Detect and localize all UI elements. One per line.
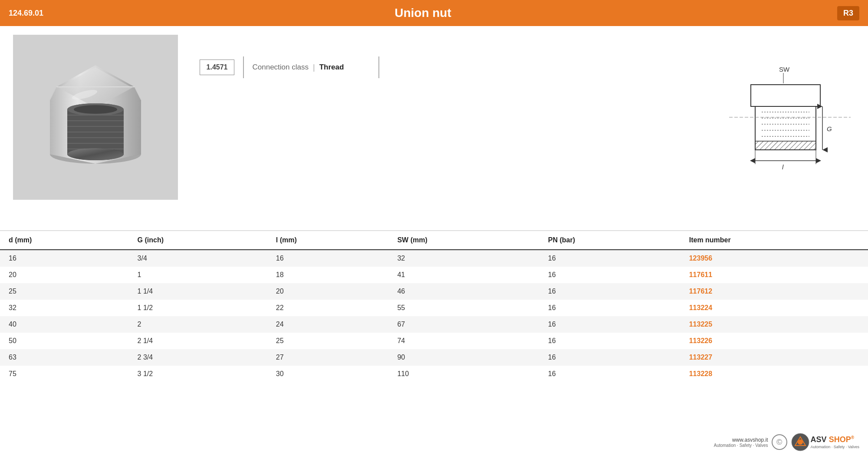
connection-info: Connection class | Thread: [253, 63, 344, 72]
cell-sw: 67: [388, 316, 539, 333]
cell-d: 75: [0, 366, 129, 382]
cell-l: 20: [267, 283, 389, 300]
cell-item: 117611: [681, 267, 868, 283]
cell-pn: 16: [539, 267, 681, 283]
cell-item: 113228: [681, 366, 868, 382]
cell-d: 25: [0, 283, 129, 300]
brand-name: ASV SHOP® Automation · Safety · Valves: [811, 435, 859, 449]
cell-g: 2 1/4: [129, 333, 267, 349]
material-connection-row: 1.4571 Connection class | Thread: [200, 56, 668, 78]
cell-d: 50: [0, 333, 129, 349]
asv-logo-icon: [791, 433, 810, 452]
svg-point-21: [74, 105, 117, 114]
cell-sw: 46: [388, 283, 539, 300]
cell-item: 113224: [681, 300, 868, 316]
cell-item: 117612: [681, 283, 868, 300]
cell-l: 18: [267, 267, 389, 283]
cell-d: 63: [0, 349, 129, 366]
sw-label: SW: [779, 66, 790, 73]
table-section: d (mm) G (inch) l (mm) SW (mm) PN (bar) …: [0, 230, 868, 382]
cell-d: 16: [0, 250, 129, 267]
cell-sw: 90: [388, 349, 539, 366]
g-dimension-label: G: [827, 125, 832, 132]
drawing-panel: SW G l: [690, 35, 855, 217]
header-bar: 124.69.01 Union nut R3: [0, 0, 868, 26]
svg-rect-27: [755, 141, 816, 150]
svg-point-16: [67, 148, 124, 160]
main-content: 1.4571 Connection class | Thread: [0, 26, 868, 226]
specifications-table: d (mm) G (inch) l (mm) SW (mm) PN (bar) …: [0, 231, 868, 382]
brand-tagline: Automation · Safety · Valves: [811, 445, 859, 449]
col-l: l (mm): [267, 231, 389, 250]
cell-pn: 16: [539, 316, 681, 333]
col-pn: PN (bar): [539, 231, 681, 250]
cell-l: 24: [267, 316, 389, 333]
col-g: G (inch): [129, 231, 267, 250]
page-title: Union nut: [9, 6, 837, 20]
cell-pn: 16: [539, 333, 681, 349]
connection-label: Connection class: [253, 63, 309, 72]
connection-value: Thread: [319, 63, 344, 72]
cell-pn: 16: [539, 349, 681, 366]
cell-sw: 32: [388, 250, 539, 267]
col-sw: SW (mm): [388, 231, 539, 250]
table-row: 321 1/2225516113224: [0, 300, 868, 316]
table-header-row: d (mm) G (inch) l (mm) SW (mm) PN (bar) …: [0, 231, 868, 250]
copyright-symbol: ©: [772, 434, 787, 450]
cell-d: 40: [0, 316, 129, 333]
table-header: d (mm) G (inch) l (mm) SW (mm) PN (bar) …: [0, 231, 868, 250]
technical-drawing: SW G l: [694, 48, 851, 204]
footer-tagline: Automation · Safety · Valves: [714, 443, 768, 448]
table-body: 163/4163216123956201184116117611251 1/42…: [0, 250, 868, 382]
table-row: 632 3/4279016113227: [0, 349, 868, 366]
cell-g: 1 1/2: [129, 300, 267, 316]
cell-pn: 16: [539, 366, 681, 382]
material-badge: 1.4571: [200, 59, 234, 75]
svg-rect-25: [751, 85, 820, 106]
cell-pn: 16: [539, 283, 681, 300]
table-row: 251 1/4204616117612: [0, 283, 868, 300]
cell-item: 113225: [681, 316, 868, 333]
svg-point-40: [798, 439, 803, 445]
col-item: Item number: [681, 231, 868, 250]
cell-sw: 41: [388, 267, 539, 283]
cell-d: 32: [0, 300, 129, 316]
cell-sw: 74: [388, 333, 539, 349]
cell-l: 22: [267, 300, 389, 316]
footer-logo: www.asvshop.it Automation · Safety · Val…: [714, 433, 859, 452]
cell-g: 3 1/2: [129, 366, 267, 382]
cell-item: 113226: [681, 333, 868, 349]
cell-sw: 110: [388, 366, 539, 382]
cell-pn: 16: [539, 250, 681, 267]
cell-g: 1 1/4: [129, 283, 267, 300]
revision-badge: R3: [837, 6, 859, 20]
cell-l: 16: [267, 250, 389, 267]
cell-l: 27: [267, 349, 389, 366]
cell-g: 2 3/4: [129, 349, 267, 366]
divider-1: [243, 56, 244, 78]
col-d: d (mm): [0, 231, 129, 250]
cell-l: 25: [267, 333, 389, 349]
product-illustration: [22, 43, 169, 191]
cell-g: 1: [129, 267, 267, 283]
cell-item: 113227: [681, 349, 868, 366]
cell-l: 30: [267, 366, 389, 382]
table-row: 502 1/4257416113226: [0, 333, 868, 349]
table-row: 753 1/23011016113228: [0, 366, 868, 382]
l-dimension-label: l: [782, 163, 784, 171]
cell-g: 2: [129, 316, 267, 333]
cell-d: 20: [0, 267, 129, 283]
info-panel: 1.4571 Connection class | Thread: [187, 35, 681, 217]
table-row: 163/4163216123956: [0, 250, 868, 267]
divider-2: [378, 56, 379, 78]
product-image: [13, 35, 178, 200]
cell-pn: 16: [539, 300, 681, 316]
footer-url: www.asvshop.it: [714, 437, 768, 443]
cell-g: 3/4: [129, 250, 267, 267]
table-row: 201184116117611: [0, 267, 868, 283]
pipe-separator: |: [313, 63, 315, 72]
cell-sw: 55: [388, 300, 539, 316]
table-row: 402246716113225: [0, 316, 868, 333]
cell-item: 123956: [681, 250, 868, 267]
